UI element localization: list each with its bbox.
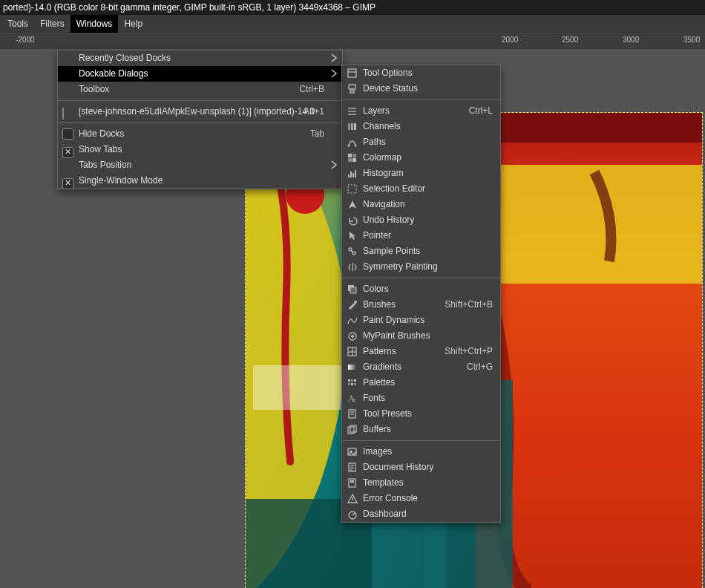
device-icon	[347, 83, 358, 94]
dialog-item-tool-presets[interactable]: Tool Presets	[342, 406, 500, 422]
svg-rect-22	[352, 154, 356, 157]
dialog-item-buffers[interactable]: Buffers	[342, 422, 500, 437]
dialog-item-device-status[interactable]: Device Status	[342, 81, 500, 97]
svg-rect-17	[351, 123, 353, 130]
dialog-item-colormap[interactable]: Colormap	[342, 150, 500, 166]
dialog-item-label: Buffers	[363, 424, 391, 434]
dialog-item-label: Images	[363, 446, 392, 457]
dialog-item-mypaint-brushes[interactable]: MyPaint Brushes	[342, 328, 500, 344]
windows-menu-dropdown: Recently Closed DocksDockable DialogsToo…	[57, 50, 343, 189]
svg-text:a: a	[352, 396, 355, 403]
dialog-item-label: Selection Editor	[363, 183, 425, 194]
chevron-right-icon	[330, 69, 338, 78]
dialog-item-label: Symmetry Painting	[363, 261, 438, 272]
menu-help[interactable]: Help	[118, 15, 148, 33]
svg-rect-8	[253, 365, 342, 410]
svg-line-66	[352, 513, 355, 515]
buffers-icon	[347, 424, 358, 435]
menu-separator	[342, 440, 500, 441]
dialog-item-label: Sample Points	[363, 246, 420, 256]
dialog-item-sample-points[interactable]: Sample Points	[342, 244, 500, 259]
dialog-item-palettes[interactable]: Palettes	[342, 375, 500, 391]
shortcut-label: Tab	[310, 126, 324, 142]
menu-item-open-image-window[interactable]: [steve-johnson-e5LdIAMpkEw-unsplash (1)]…	[58, 104, 342, 120]
dialog-item-label: Gradients	[363, 362, 401, 372]
images-icon	[347, 446, 358, 457]
dialog-item-label: Paths	[363, 137, 386, 147]
dialog-item-pointer[interactable]: Pointer	[342, 228, 500, 244]
dialog-item-gradients[interactable]: GradientsCtrl+G	[342, 359, 500, 375]
dialog-item-histogram[interactable]: Histogram	[342, 166, 500, 181]
dialog-item-paint-dynamics[interactable]: Paint Dynamics	[342, 313, 500, 328]
menu-separator	[342, 278, 500, 278]
menu-tools[interactable]: Tools	[1, 15, 34, 33]
svg-rect-47	[351, 383, 353, 385]
window-title: ported)-14.0 (RGB color 8-bit gamma inte…	[0, 0, 705, 15]
dialog-item-channels[interactable]: Channels	[342, 119, 500, 134]
dialog-item-images[interactable]: Images	[342, 444, 500, 460]
dialog-item-label: MyPaint Brushes	[363, 330, 430, 341]
ruler-tick: 3000	[623, 36, 639, 44]
navigation-icon	[347, 199, 358, 210]
ruler-tick: 2500	[562, 36, 578, 44]
dialog-item-error-console[interactable]: Error Console	[342, 491, 500, 506]
menu-item-label: [steve-johnson-e5LdIAMpkEw-unsplash (1)]…	[79, 106, 315, 117]
menu-item-recently-closed-docks[interactable]: Recently Closed Docks	[58, 50, 342, 66]
dochistory-icon	[347, 462, 358, 473]
menu-separator	[58, 100, 342, 101]
dialog-item-templates[interactable]: Templates	[342, 475, 500, 491]
templates-icon	[347, 477, 358, 489]
dialog-item-label: Channels	[363, 121, 401, 131]
dialog-item-label: Layers	[363, 105, 390, 116]
canvas-area: Recently Closed DocksDockable DialogsToo…	[0, 50, 705, 588]
menu-item-dockable-dialogs[interactable]: Dockable Dialogs	[58, 66, 342, 82]
dialog-item-dashboard[interactable]: Dashboard	[342, 506, 500, 522]
dialog-item-paths[interactable]: Paths	[342, 134, 500, 150]
shortcut-label: Shift+Ctrl+P	[445, 344, 493, 359]
dialog-item-undo-history[interactable]: Undo History	[342, 212, 500, 228]
menu-item-show-tabs[interactable]: Show Tabs	[58, 142, 342, 157]
mypaint-icon	[347, 330, 358, 342]
menu-item-tabs-position[interactable]: Tabs Position	[58, 157, 342, 173]
dialog-item-navigation[interactable]: Navigation	[342, 197, 500, 212]
dialog-item-label: Paint Dynamics	[363, 315, 424, 325]
svg-rect-55	[350, 425, 356, 432]
menu-filters[interactable]: Filters	[34, 15, 70, 33]
svg-rect-62	[349, 479, 355, 487]
menu-item-toolbox[interactable]: ToolboxCtrl+B	[58, 82, 342, 97]
dockable-dialogs-submenu: Tool OptionsDevice StatusLayersCtrl+LCha…	[341, 65, 501, 523]
dialog-item-colors[interactable]: Colors	[342, 281, 500, 297]
colormap-icon	[347, 152, 358, 163]
brush-icon	[347, 299, 358, 310]
shortcut-label: Ctrl+B	[299, 82, 324, 97]
dialog-item-brushes[interactable]: BrushesShift+Ctrl+B	[342, 297, 500, 313]
pointer-icon	[347, 230, 358, 241]
svg-rect-42	[348, 365, 356, 370]
dialog-item-symmetry-painting[interactable]: Symmetry Painting	[342, 259, 500, 275]
menu-item-label: Hide Docks	[79, 128, 124, 139]
horizontal-ruler: -20002000250030003500	[0, 33, 705, 50]
menu-item-hide-docks[interactable]: Hide DocksTab	[58, 126, 342, 142]
dialog-item-label: Patterns	[363, 346, 396, 356]
shortcut-label: Alt+1	[304, 104, 324, 120]
svg-rect-48	[354, 383, 356, 385]
checkbox-icon	[62, 128, 73, 139]
image-thumbnail-icon	[62, 106, 73, 117]
menu-windows[interactable]: Windows	[70, 15, 119, 33]
dynamics-icon	[347, 315, 358, 326]
dialog-item-patterns[interactable]: PatternsShift+Ctrl+P	[342, 344, 500, 359]
chevron-right-icon	[330, 53, 338, 62]
dialog-item-selection-editor[interactable]: Selection Editor	[342, 181, 500, 197]
paths-icon	[347, 137, 358, 148]
dialog-item-tool-options[interactable]: Tool Options	[342, 65, 500, 81]
dialog-item-label: Tool Options	[363, 68, 413, 78]
svg-point-30	[349, 248, 352, 251]
svg-rect-16	[348, 123, 350, 130]
menu-item-single-window-mode[interactable]: Single-Window Mode	[58, 173, 342, 189]
panel-icon	[347, 68, 358, 79]
dialog-item-layers[interactable]: LayersCtrl+L	[342, 103, 500, 119]
dialog-item-document-history[interactable]: Document History	[342, 460, 500, 475]
dashboard-icon	[347, 509, 358, 520]
dialog-item-label: Histogram	[363, 168, 404, 178]
dialog-item-fonts[interactable]: AaFonts	[342, 391, 500, 406]
